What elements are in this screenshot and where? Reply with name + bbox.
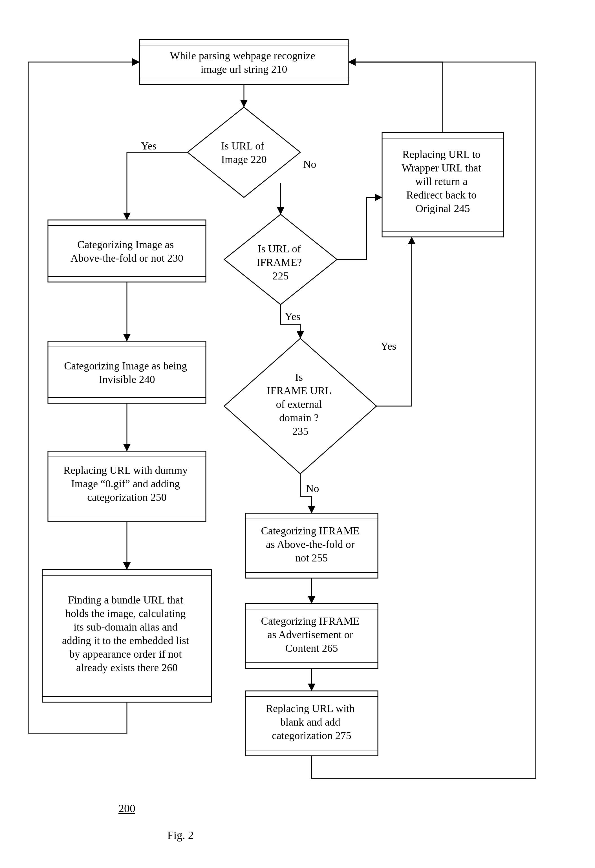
node-220: Is URL of Image 220: [188, 107, 300, 198]
svg-text:Is URL of
      Image 220: Is URL of Image 220: [221, 140, 267, 165]
node-265-line3: Content 265: [285, 642, 338, 654]
node-260-line4: adding it to the embedded list: [62, 635, 189, 647]
node-250-line1: Replacing URL with dummy: [63, 464, 188, 476]
node-235: Is IFRAME URL of external domain ? 235: [224, 338, 376, 474]
node-275-line3: categorization 275: [272, 729, 351, 741]
edge-245-210: [349, 62, 443, 133]
node-260-line6: already exists there 260: [76, 661, 178, 673]
svg-text:Categorizing Image as
      Ab: Categorizing Image as Above-the-fold or …: [71, 239, 183, 264]
svg-marker-4: [188, 107, 300, 198]
node-210: While parsing webpage recognize image ur…: [140, 40, 348, 85]
node-225-line3: 225: [273, 270, 289, 282]
node-230-line2: Above-the-fold or not 230: [71, 252, 183, 264]
svg-text:Categorizing Image as being
  : Categorizing Image as being Invisible 24…: [64, 360, 189, 385]
figure-label: Fig. 2: [167, 829, 193, 841]
svg-text:Categorizing IFRAME
      as A: Categorizing IFRAME as Advertisement or …: [261, 615, 362, 654]
node-210-line1: While parsing webpage recognize: [170, 50, 315, 62]
node-230-line1: Categorizing Image as: [77, 239, 174, 250]
node-235-line4: domain ?: [279, 412, 319, 424]
node-240-line1: Categorizing Image as being: [64, 360, 187, 372]
node-225-line1: Is URL of: [258, 243, 301, 255]
node-245-line3: will return a: [415, 176, 468, 187]
node-265-line1: Categorizing IFRAME: [261, 615, 360, 627]
node-235-line5: 235: [292, 425, 309, 437]
node-235-line3: of external: [276, 398, 322, 410]
node-245-line1: Replacing URL to: [402, 148, 480, 160]
node-265-line2: as Advertisement or: [267, 629, 353, 641]
svg-rect-0: [140, 40, 348, 85]
node-275: Replacing URL with blank and add categor…: [245, 691, 378, 756]
node-260-line5: by appearance order if not: [69, 648, 182, 660]
edge-220-230: [127, 152, 188, 219]
node-245-line5: Original 245: [415, 202, 470, 214]
node-250: Replacing URL with dummy Image “0.gif” a…: [48, 451, 206, 522]
node-210-line2: image url string 210: [201, 63, 287, 75]
edge-225-yes-label: Yes: [285, 310, 300, 322]
node-220-line1: Is URL of: [221, 140, 264, 152]
node-240: Categorizing Image as being Invisible 24…: [48, 341, 206, 403]
svg-text:Is
      IFRAME URL
      of e: Is IFRAME URL of external domain ? 235: [267, 371, 334, 437]
node-230: Categorizing Image as Above-the-fold or …: [48, 220, 206, 282]
edge-225-245: [337, 198, 381, 260]
node-245-line2: Wrapper URL that: [402, 162, 481, 174]
node-250-line2: Image “0.gif” and adding: [71, 478, 180, 490]
svg-text:Replacing URL to
      Wrapper: Replacing URL to Wrapper URL that will r…: [402, 148, 484, 214]
node-235-line1: Is: [295, 371, 303, 383]
node-260-line1: Finding a bundle URL that: [68, 594, 183, 606]
edge-220-yes-label: Yes: [141, 140, 157, 152]
edge-235-yes-label: Yes: [381, 340, 396, 352]
svg-text:Replacing URL with dummy
     : Replacing URL with dummy Image “0.gif” a…: [63, 464, 190, 503]
node-275-line1: Replacing URL with: [266, 703, 355, 714]
node-260-line3: its sub-domain alias and: [74, 621, 177, 633]
node-255: Categorizing IFRAME as Above-the-fold or…: [245, 513, 378, 578]
node-245: Replacing URL to Wrapper URL that will r…: [382, 133, 503, 237]
svg-text:Is URL of
      IFRAME?
      : Is URL of IFRAME? 225: [257, 243, 304, 282]
edge-220-no-label: No: [303, 158, 316, 170]
node-245-line4: Redirect back to: [406, 189, 477, 201]
node-225: Is URL of IFRAME? 225: [224, 214, 337, 304]
svg-rect-14: [48, 341, 206, 403]
node-265: Categorizing IFRAME as Advertisement or …: [245, 604, 378, 668]
node-255-line3: not 255: [295, 552, 328, 564]
svg-text:Categorizing IFRAME
      as A: Categorizing IFRAME as Above-the-fold or…: [261, 525, 362, 564]
edge-235-245: [376, 238, 412, 406]
node-240-line2: Invisible 240: [99, 373, 155, 385]
svg-text:Replacing URL with
      blank: Replacing URL with blank and add categor…: [266, 703, 357, 741]
flowchart-figure: While parsing webpage recognize image ur…: [0, 0, 595, 868]
node-255-line2: as Above-the-fold or: [266, 538, 355, 550]
figure-number: 200: [118, 802, 135, 815]
node-260: Finding a bundle URL that holds the imag…: [42, 570, 211, 702]
node-220-line2: Image 220: [221, 154, 266, 165]
node-225-line2: IFRAME?: [257, 256, 302, 268]
svg-text:Finding a bundle URL that
    : Finding a bundle URL that holds the imag…: [62, 594, 192, 673]
svg-rect-8: [48, 220, 206, 282]
edge-235-no-label: No: [306, 483, 319, 495]
node-255-line1: Categorizing IFRAME: [261, 525, 360, 537]
node-250-line3: categorization 250: [87, 491, 167, 503]
node-275-line2: blank and add: [280, 716, 340, 728]
node-235-line2: IFRAME URL: [267, 385, 331, 397]
svg-text:While parsing webpage recogniz: While parsing webpage recognize image ur…: [170, 50, 318, 75]
node-260-line2: holds the image, calculating: [65, 607, 186, 619]
